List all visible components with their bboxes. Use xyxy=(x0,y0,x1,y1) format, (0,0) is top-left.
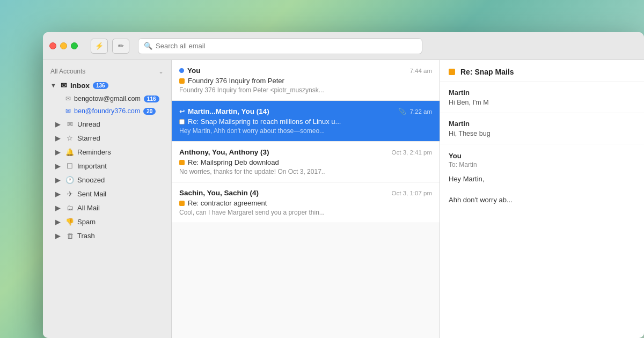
email-sender: You xyxy=(179,67,201,75)
trash-label: Trash xyxy=(77,232,160,240)
list-item[interactable]: You 7:44 am Foundry 376 Inquiry from Pet… xyxy=(172,60,440,101)
accounts-label: All Accounts xyxy=(50,68,85,75)
maximize-button[interactable] xyxy=(71,42,78,49)
thread-msg-body: Hi Ben, I'm M xyxy=(449,99,635,106)
subject-text: Re: contractor agreement xyxy=(188,199,267,207)
sidebar-item-allmail[interactable]: ▶ 🗂 All Mail xyxy=(46,201,168,215)
search-input[interactable] xyxy=(156,42,416,50)
compose-area: You To: Martin Hey Martin, Ahh don't wor… xyxy=(440,144,644,213)
important-chevron-icon: ▶ xyxy=(54,162,62,170)
sidebar-item-sent[interactable]: ▶ ✈ Sent Mail xyxy=(46,187,168,201)
email-subject: Re: Mailspring Deb download xyxy=(179,158,432,166)
subject-text: Re: Snap Mailspring to reach millions of… xyxy=(188,117,341,126)
sidebar-item-trash[interactable]: ▶ 🗑 Trash xyxy=(46,229,168,243)
email-preview: Foundry 376 Inquiry from Peter <piotr_mu… xyxy=(179,86,432,94)
compose-from: You xyxy=(449,152,635,160)
sidebar-item-unread[interactable]: ▶ ✉ Unread xyxy=(46,117,168,131)
email-row-header: ↩ Martin...Martin, You (14) 📎 7:22 am xyxy=(179,107,432,115)
unread-dot xyxy=(179,68,184,73)
account-badge-foundry: 20 xyxy=(143,108,156,115)
sidebar-account-foundry[interactable]: ✉ ben@foundry376.com 20 xyxy=(46,105,168,117)
thread-message: Martin Hi Ben, I'm M xyxy=(440,82,644,113)
account-icon-foundry: ✉ xyxy=(65,107,71,115)
subject-text: Re: Mailspring Deb download xyxy=(188,158,279,166)
snoozed-chevron-icon: ▶ xyxy=(54,176,62,184)
unread-icon: ▶ xyxy=(54,120,62,128)
compose-to: To: Martin xyxy=(449,161,635,168)
sidebar-item-spam[interactable]: ▶ 👎 Spam xyxy=(46,215,168,229)
sidebar-item-reminders[interactable]: ▶ 🔔 Reminders xyxy=(46,145,168,159)
main-content: All Accounts ⌄ ▼ ✉ Inbox 136 ✉ bengotow@… xyxy=(43,60,644,338)
clock-icon: 🕐 xyxy=(65,176,74,184)
email-subject: Re: contractor agreement xyxy=(179,199,432,207)
sidebar-item-starred[interactable]: ▶ ☆ Starred xyxy=(46,131,168,145)
email-sender: Anthony, You, Anthony (3) xyxy=(179,148,269,156)
accounts-chevron-icon[interactable]: ⌄ xyxy=(158,68,164,75)
subject-text: Foundry 376 Inquiry from Peter xyxy=(188,77,284,85)
sent-icon: ✈ xyxy=(65,190,74,198)
spam-chevron-icon: ▶ xyxy=(54,218,62,226)
thread-msg-header: Martin xyxy=(449,120,635,128)
tag-dot-yellow xyxy=(179,78,185,84)
list-item[interactable]: Sachin, You, Sachin (4) Oct 3, 1:07 pm R… xyxy=(172,182,440,223)
archive-icon: 🗂 xyxy=(65,204,74,212)
preview-header: Re: Snap Mails xyxy=(440,60,644,82)
account-email-gmail: bengotow@gmail.com xyxy=(74,95,141,102)
close-button[interactable] xyxy=(49,42,56,49)
inbox-chevron-icon: ▼ xyxy=(50,82,56,89)
email-sender: Sachin, You, Sachin (4) xyxy=(179,189,259,197)
sent-label: Sent Mail xyxy=(77,190,160,198)
spam-label: Spam xyxy=(77,218,160,226)
starred-chevron-icon: ▶ xyxy=(54,134,62,142)
sender-name: Sachin, You, Sachin (4) xyxy=(179,189,259,197)
compose-greeting: Hey Martin, xyxy=(449,174,635,185)
reply-icon: ↩ xyxy=(179,108,185,115)
thread-message: Martin Hi, These bug xyxy=(440,113,644,144)
email-preview: No worries, thanks for the update! On Oc… xyxy=(179,168,432,175)
email-time: 7:22 am xyxy=(409,108,432,115)
inbox-badge: 136 xyxy=(93,82,108,89)
thread-msg-body: Hi, These bug xyxy=(449,130,635,137)
list-item[interactable]: ↩ Martin...Martin, You (14) 📎 7:22 am Re… xyxy=(172,101,440,142)
compose-button[interactable]: ✏ xyxy=(112,39,129,54)
unread-label: Unread xyxy=(77,120,160,128)
preview-subject: Re: Snap Mails xyxy=(460,68,514,76)
tag-dot-yellow xyxy=(179,160,185,165)
email-preview-panel: Re: Snap Mails Martin Hi Ben, I'm M Mart… xyxy=(440,60,644,338)
reminders-label: Reminders xyxy=(77,148,160,156)
sender-name: Martin...Martin, You (14) xyxy=(188,107,269,115)
tag-dot-white xyxy=(179,119,185,124)
sidebar-item-important[interactable]: ▶ ☐ Important xyxy=(46,159,168,173)
star-icon: ☆ xyxy=(65,134,74,142)
bell-icon: 🔔 xyxy=(65,148,74,156)
account-icon-gmail: ✉ xyxy=(65,95,71,102)
sidebar-item-inbox[interactable]: ▼ ✉ Inbox 136 xyxy=(43,78,171,92)
toolbar-icons: ⚡ ✏ xyxy=(91,39,129,54)
sender-name: You xyxy=(187,67,201,75)
sidebar-account-gmail[interactable]: ✉ bengotow@gmail.com 116 xyxy=(46,93,168,105)
reminders-chevron-icon: ▶ xyxy=(54,148,62,156)
titlebar: ⚡ ✏ 🔍 xyxy=(43,32,644,60)
email-list: You 7:44 am Foundry 376 Inquiry from Pet… xyxy=(172,60,440,338)
important-label: Important xyxy=(77,162,160,170)
minimize-button[interactable] xyxy=(60,42,67,49)
trash-icon: 🗑 xyxy=(65,232,74,240)
search-bar[interactable]: 🔍 xyxy=(138,38,422,54)
email-row-header: You 7:44 am xyxy=(179,67,432,75)
account-badge-gmail: 116 xyxy=(144,95,159,102)
app-window: ⚡ ✏ 🔍 All Accounts ⌄ ▼ ✉ Inbox 136 xyxy=(43,32,644,338)
snoozed-label: Snoozed xyxy=(77,176,160,184)
starred-label: Starred xyxy=(77,134,160,142)
thread-sender: Martin xyxy=(449,120,470,128)
email-time: Oct 3, 1:07 pm xyxy=(392,190,432,196)
email-subject: Re: Snap Mailspring to reach millions of… xyxy=(179,117,432,126)
thread-msg-header: Martin xyxy=(449,89,635,97)
activity-button[interactable]: ⚡ xyxy=(91,39,108,54)
spam-icon: 👎 xyxy=(65,218,74,226)
list-item[interactable]: Anthony, You, Anthony (3) Oct 3, 2:41 pm… xyxy=(172,142,440,182)
email-time: Oct 3, 2:41 pm xyxy=(392,149,432,156)
search-icon: 🔍 xyxy=(144,42,152,50)
sent-chevron-icon: ▶ xyxy=(54,190,62,198)
sidebar-item-snoozed[interactable]: ▶ 🕐 Snoozed xyxy=(46,173,168,187)
activity-icon: ⚡ xyxy=(95,42,104,50)
